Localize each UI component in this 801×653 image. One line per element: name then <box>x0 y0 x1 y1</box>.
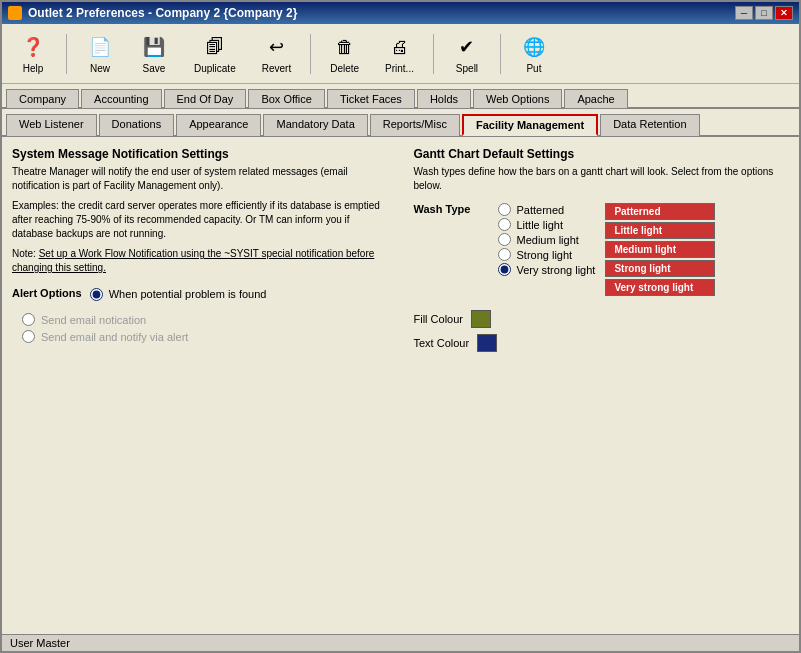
wash-buttons: Patterned Little light Medium light Stro… <box>605 203 715 296</box>
tab-ticket-faces[interactable]: Ticket Faces <box>327 89 415 108</box>
colour-section: Fill Colour Text Colour <box>414 310 790 352</box>
text-colour-row: Text Colour <box>414 334 790 352</box>
tab-appearance[interactable]: Appearance <box>176 114 261 136</box>
tabs-row1: Company Accounting End Of Day Box Office… <box>2 84 799 109</box>
wash-strong-light[interactable]: Strong light <box>498 248 596 261</box>
print-icon: 🖨 <box>386 33 414 61</box>
tab-apache[interactable]: Apache <box>564 89 627 108</box>
wash-btn-little[interactable]: Little light <box>605 222 715 239</box>
help-button[interactable]: ❓ Help <box>10 28 56 79</box>
fill-colour-box[interactable] <box>471 310 491 328</box>
wash-btn-very-strong[interactable]: Very strong light <box>605 279 715 296</box>
maximize-button[interactable]: □ <box>755 6 773 20</box>
wash-very-strong[interactable]: Very strong light <box>498 263 596 276</box>
workflow-link[interactable]: Set up a Work Flow Notification using th… <box>12 248 374 273</box>
toolbar: ❓ Help 📄 New 💾 Save 🗐 Duplicate ↩ Revert… <box>2 24 799 84</box>
duplicate-icon: 🗐 <box>201 33 229 61</box>
gantt-title: Gantt Chart Default Settings <box>414 147 790 161</box>
tab-web-listener[interactable]: Web Listener <box>6 114 97 136</box>
tab-donations[interactable]: Donations <box>99 114 175 136</box>
alert-options-label: Alert Options <box>12 287 82 299</box>
wash-type-label: Wash Type <box>414 203 486 215</box>
put-button[interactable]: 🌐 Put <box>511 28 557 79</box>
revert-icon: ↩ <box>262 33 290 61</box>
tab-web-options[interactable]: Web Options <box>473 89 562 108</box>
title-bar: Outlet 2 Preferences - Company 2 {Compan… <box>2 2 799 24</box>
put-icon: 🌐 <box>520 33 548 61</box>
wash-medium-light[interactable]: Medium light <box>498 233 596 246</box>
tab-end-of-day[interactable]: End Of Day <box>164 89 247 108</box>
radio-when-problem[interactable]: When potential problem is found <box>90 288 267 301</box>
divider3 <box>433 34 434 74</box>
radio-group-alert: Send email notication Send email and not… <box>22 313 388 343</box>
tab-facility-management[interactable]: Facility Management <box>462 114 598 136</box>
print-button[interactable]: 🖨 Print... <box>376 28 423 79</box>
right-panel: Gantt Chart Default Settings Wash types … <box>414 147 790 624</box>
main-window: Outlet 2 Preferences - Company 2 {Compan… <box>0 0 801 653</box>
spell-icon: ✔ <box>453 33 481 61</box>
wash-btn-medium[interactable]: Medium light <box>605 241 715 258</box>
alert-options-section: Alert Options When potential problem is … <box>12 287 388 343</box>
tab-mandatory-data[interactable]: Mandatory Data <box>263 114 367 136</box>
tab-data-retention[interactable]: Data Retention <box>600 114 699 136</box>
new-button[interactable]: 📄 New <box>77 28 123 79</box>
new-icon: 📄 <box>86 33 114 61</box>
tab-accounting[interactable]: Accounting <box>81 89 161 108</box>
spell-button[interactable]: ✔ Spell <box>444 28 490 79</box>
save-icon: 💾 <box>140 33 168 61</box>
left-panel: System Message Notification Settings The… <box>12 147 398 624</box>
window-title: Outlet 2 Preferences - Company 2 {Compan… <box>28 6 297 20</box>
status-bar: User Master <box>2 634 799 651</box>
fill-colour-row: Fill Colour <box>414 310 790 328</box>
close-button[interactable]: ✕ <box>775 6 793 20</box>
tab-company[interactable]: Company <box>6 89 79 108</box>
tabs-row2: Web Listener Donations Appearance Mandat… <box>2 109 799 137</box>
divider2 <box>310 34 311 74</box>
left-note: Note: Set up a Work Flow Notification us… <box>12 247 388 275</box>
delete-icon: 🗑 <box>331 33 359 61</box>
gantt-desc: Wash types define how the bars on a gant… <box>414 165 790 193</box>
wash-btn-strong[interactable]: Strong light <box>605 260 715 277</box>
app-icon <box>8 6 22 20</box>
divider4 <box>500 34 501 74</box>
radio-send-email[interactable]: Send email notication <box>22 313 388 326</box>
fill-colour-label: Fill Colour <box>414 313 464 325</box>
status-label: User Master <box>10 637 70 649</box>
tab-box-office[interactable]: Box Office <box>248 89 325 108</box>
revert-button[interactable]: ↩ Revert <box>253 28 300 79</box>
left-section-title: System Message Notification Settings <box>12 147 388 161</box>
tab-holds[interactable]: Holds <box>417 89 471 108</box>
wash-patterned[interactable]: Patterned <box>498 203 596 216</box>
left-desc1: Theatre Manager will notify the end user… <box>12 165 388 193</box>
delete-button[interactable]: 🗑 Delete <box>321 28 368 79</box>
save-button[interactable]: 💾 Save <box>131 28 177 79</box>
text-colour-box[interactable] <box>477 334 497 352</box>
wash-options: Patterned Little light Medium light <box>498 203 596 276</box>
divider <box>66 34 67 74</box>
duplicate-button[interactable]: 🗐 Duplicate <box>185 28 245 79</box>
main-content: System Message Notification Settings The… <box>2 137 799 634</box>
wash-type-area: Wash Type Patterned Little light Medi <box>414 203 790 296</box>
minimize-button[interactable]: ─ <box>735 6 753 20</box>
wash-little-light[interactable]: Little light <box>498 218 596 231</box>
left-desc2: Examples: the credit card server operate… <box>12 199 388 241</box>
text-colour-label: Text Colour <box>414 337 470 349</box>
radio-send-email-alert[interactable]: Send email and notify via alert <box>22 330 388 343</box>
wash-btn-patterned[interactable]: Patterned <box>605 203 715 220</box>
help-icon: ❓ <box>19 33 47 61</box>
tab-reports-misc[interactable]: Reports/Misc <box>370 114 460 136</box>
